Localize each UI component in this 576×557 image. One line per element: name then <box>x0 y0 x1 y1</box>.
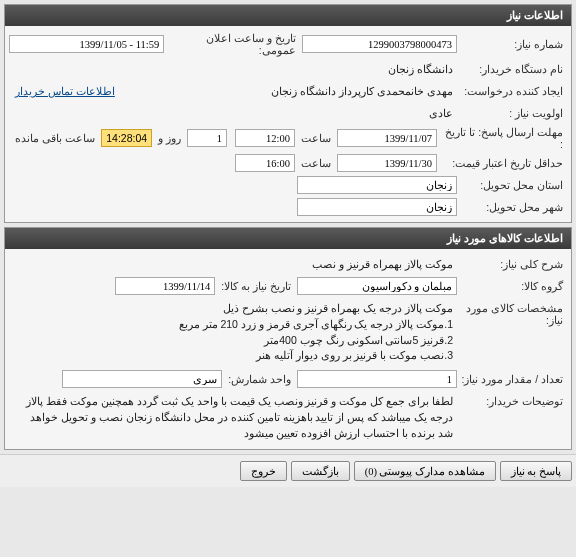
goods-info-header: اطلاعات کالاهای مورد نیاز <box>5 228 571 249</box>
row-deadline: مهلت ارسال پاسخ: تا تاریخ : ساعت روز و 1… <box>9 124 567 152</box>
need-no-field[interactable] <box>302 35 457 53</box>
action-buttons: پاسخ به نیاز مشاهده مدارک پیوستی (0) باز… <box>0 454 576 487</box>
row-notes: توضیحات خریدار: لطفا برای جمع کل موکت و … <box>9 390 567 445</box>
priority-value: عادی <box>425 107 457 119</box>
validity-time-field[interactable] <box>235 154 295 172</box>
deadline-time-label: ساعت <box>295 132 337 144</box>
spec-value: موکت پالاز درجه یک بهمراه قرنیز و نصب بش… <box>9 299 457 366</box>
city-label: شهر محل تحویل: <box>457 201 567 213</box>
row-creator: ایجاد کننده درخواست: مهدی خانمحمدی کارپر… <box>9 80 567 102</box>
row-city: شهر محل تحویل: <box>9 196 567 218</box>
need-no-label: شماره نیاز: <box>457 38 567 50</box>
deadline-time-field[interactable] <box>235 129 295 147</box>
reply-button[interactable]: پاسخ به نیاز <box>500 461 572 481</box>
need-info-panel: اطلاعات نیاز شماره نیاز: تاریخ و ساعت اع… <box>4 4 572 223</box>
validity-label: حداقل تاریخ اعتبار قیمت: <box>437 157 567 169</box>
days-field[interactable] <box>187 129 227 147</box>
row-desc: شرح کلی نیاز: موکت پالاز بهمراه قرنیز و … <box>9 253 567 275</box>
goods-info-panel: اطلاعات کالاهای مورد نیاز شرح کلی نیاز: … <box>4 227 572 450</box>
buyer-label: نام دستگاه خریدار: <box>457 63 567 75</box>
row-validity: حداقل تاریخ اعتبار قیمت: ساعت <box>9 152 567 174</box>
spec-line-4: 3.نصب موکت با قرنیز بر روی دیوار آتلیه ه… <box>13 348 453 364</box>
spec-label: مشخصات کالای مورد نیاز: <box>457 299 567 326</box>
creator-label: ایجاد کننده درخواست: <box>457 85 567 97</box>
notes-value: لطفا برای جمع کل موکت و قرنیز ونصب یک قی… <box>9 392 457 443</box>
countdown-timer: 14:28:04 <box>101 129 152 147</box>
province-field[interactable] <box>297 176 457 194</box>
pub-date-field[interactable] <box>9 35 164 53</box>
row-need-no: شماره نیاز: تاریخ و ساعت اعلان عمومی: <box>9 30 567 58</box>
row-qty: تعداد / مقدار مورد نیاز: واحد شمارش: <box>9 368 567 390</box>
row-priority: اولویت نیاز : عادی <box>9 102 567 124</box>
pub-date-label: تاریخ و ساعت اعلان عمومی: <box>164 32 302 56</box>
row-group: گروه کالا: تاریخ نیاز به کالا: <box>9 275 567 297</box>
need-info-body: شماره نیاز: تاریخ و ساعت اعلان عمومی: نا… <box>5 26 571 222</box>
need-info-header: اطلاعات نیاز <box>5 5 571 26</box>
goods-info-body: شرح کلی نیاز: موکت پالاز بهمراه قرنیز و … <box>5 249 571 449</box>
unit-label: واحد شمارش: <box>222 373 297 385</box>
notes-label: توضیحات خریدار: <box>457 392 567 407</box>
spec-line-1: موکت پالاز درجه یک بهمراه قرنیز و نصب بش… <box>13 301 453 317</box>
deadline-label: مهلت ارسال پاسخ: تا تاریخ : <box>437 126 567 150</box>
spec-line-2: 1.موکت پالاز درجه یک رنگهای آجری قرمز و … <box>13 317 453 333</box>
exit-button[interactable]: خروج <box>240 461 287 481</box>
city-field[interactable] <box>297 198 457 216</box>
view-docs-button[interactable]: مشاهده مدارک پیوستی (0) <box>354 461 496 481</box>
creator-value: مهدی خانمحمدی کارپرداز دانشگاه زنجان <box>267 85 457 97</box>
spec-line-3: 2.قرنیز 5سانتی اسکونی رنگ چوب 400متر <box>13 333 453 349</box>
remain-label: ساعت باقی مانده <box>9 132 101 144</box>
validity-time-label: ساعت <box>295 157 337 169</box>
deadline-date-field[interactable] <box>337 129 437 147</box>
need-date-field[interactable] <box>115 277 215 295</box>
qty-label: تعداد / مقدار مورد نیاز: <box>457 373 567 385</box>
contact-link[interactable]: اطلاعات تماس خریدار <box>15 85 115 97</box>
row-buyer: نام دستگاه خریدار: دانشگاه زنجان <box>9 58 567 80</box>
province-label: استان محل تحویل: <box>457 179 567 191</box>
desc-value: موکت پالاز بهمراه قرنیز و نصب <box>308 258 457 270</box>
row-spec: مشخصات کالای مورد نیاز: موکت پالاز درجه … <box>9 297 567 368</box>
buyer-value: دانشگاه زنجان <box>384 63 457 75</box>
group-label: گروه کالا: <box>457 280 567 292</box>
return-button[interactable]: بازگشت <box>291 461 350 481</box>
group-field[interactable] <box>297 277 457 295</box>
priority-label: اولویت نیاز : <box>457 107 567 119</box>
need-date-label: تاریخ نیاز به کالا: <box>215 280 297 292</box>
row-province: استان محل تحویل: <box>9 174 567 196</box>
days-label: روز و <box>152 132 187 144</box>
unit-field[interactable] <box>62 370 222 388</box>
desc-label: شرح کلی نیاز: <box>457 258 567 270</box>
validity-date-field[interactable] <box>337 154 437 172</box>
qty-field[interactable] <box>297 370 457 388</box>
